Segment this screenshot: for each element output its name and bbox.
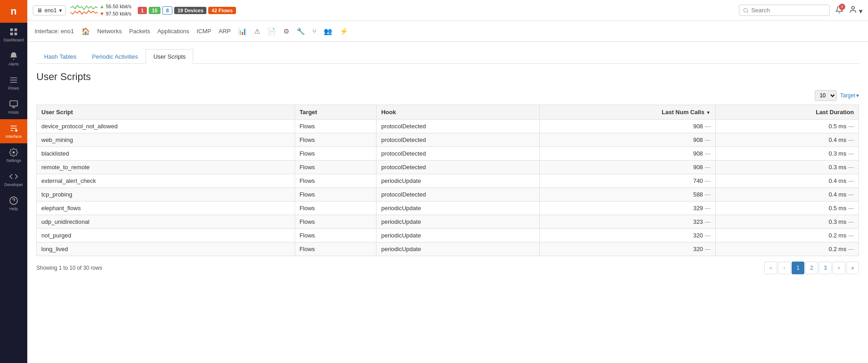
traffic-graph: ▲ 56.50 kbit/s ▼ 97.50 kbit/s [70,3,131,17]
cell-last-num-calls: 588 — [540,188,715,202]
cell-hook: protocolDetected [376,120,540,133]
cell-last-duration: 0.2 ms — [715,229,858,242]
chart-nav-icon[interactable]: 📊 [238,27,247,35]
cell-target: Flows [295,188,376,202]
cell-user-script: elephant_flows [37,202,295,215]
sidebar-item-dashboard[interactable]: Dashboard [0,23,27,47]
sidebar-item-flows[interactable]: Flows [0,71,27,95]
svg-point-5 [15,130,17,132]
cell-last-duration: 0.3 ms — [715,147,858,161]
table-row: external_alert_check Flows periodicUpdat… [37,174,859,188]
col-user-script: User Script [37,105,295,120]
col-last-num-calls[interactable]: Last Num Calls ▼ [540,105,715,120]
tab-periodic-activities[interactable]: Periodic Activities [84,49,146,64]
table-row: long_lived Flows periodicUpdate 320 — 0.… [37,242,859,256]
arp-nav-link[interactable]: ARP [219,28,231,35]
table-footer: Showing 1 to 10 of 30 rows « ‹ 1 2 3 › » [36,262,859,274]
main-area: 🖥 eno1 ▾ ▲ 56.50 kbit/s ▼ 97.50 kbit/s [27,0,868,363]
cell-target: Flows [295,120,376,133]
search-box[interactable] [739,5,830,16]
cell-target: Flows [295,215,376,229]
wrench-nav-icon[interactable]: 🔧 [296,27,305,35]
sidebar-item-label: Hosts [8,110,19,115]
cell-hook: periodicUpdate [376,242,540,256]
cell-user-script: udp_unidirectional [37,215,295,229]
alert-nav-icon[interactable]: ⚠ [254,27,260,35]
sidebar-item-label: Developer [4,182,23,187]
cell-last-num-calls: 320 — [540,242,715,256]
tabs: Hash Tables Periodic Activities User Scr… [36,49,859,64]
applications-nav-link[interactable]: Applications [157,28,189,35]
table-row: elephant_flows Flows periodicUpdate 329 … [37,202,859,215]
cell-hook: protocolDetected [376,188,540,202]
waveform-svg [70,4,98,16]
search-input[interactable] [751,7,825,14]
chevron-down-icon: ▾ [59,7,62,14]
icmp-nav-link[interactable]: ICMP [196,28,211,35]
flash-nav-icon[interactable]: ⚡ [340,27,348,35]
flow-icon [9,76,18,85]
sort-icon: ▼ [706,110,711,115]
cell-last-duration: 0.5 ms — [715,202,858,215]
cell-last-num-calls: 320 — [540,229,715,242]
doc-nav-icon[interactable]: 📄 [267,27,276,35]
cell-last-num-calls: 908 — [540,120,715,133]
notifications-button[interactable]: 3 [835,5,843,15]
blue-badge: 8 [162,6,172,15]
cell-target: Flows [295,202,376,215]
page-3-button[interactable]: 3 [819,262,832,274]
sidebar-item-hosts[interactable]: Hosts [0,95,27,119]
sidebar-item-help[interactable]: Help [0,192,27,216]
speed-down: ▼ 97.50 kbit/s [100,10,131,17]
svg-rect-3 [15,33,17,35]
sidebar-item-alerts[interactable]: Alerts [0,47,27,71]
table-row: remote_to_remote Flows protocolDetected … [37,161,859,174]
tab-hash-tables[interactable]: Hash Tables [36,49,84,64]
page-2-button[interactable]: 2 [805,262,818,274]
target-filter[interactable]: Target ▾ [840,92,859,99]
cell-user-script: device_protocol_not_allowed [37,120,295,133]
chevron-down-icon: ▾ [859,7,863,15]
chevron-down-icon: ▾ [856,92,859,99]
svg-point-8 [743,8,747,12]
sidebar-item-label: Dashboard [4,38,24,42]
table-row: udp_unidirectional Flows periodicUpdate … [37,215,859,229]
settings-nav-icon[interactable]: ⚙ [283,27,289,35]
col-hook: Hook [376,105,540,120]
sidebar-item-settings[interactable]: Settings [0,143,27,167]
packets-nav-link[interactable]: Packets [129,28,150,35]
users-nav-icon[interactable]: 👥 [324,27,332,35]
home-nav-icon[interactable]: 🏠 [81,27,90,35]
cell-hook: periodicUpdate [376,229,540,242]
sidebar-item-developer[interactable]: Developer [0,167,27,192]
page-prev-button[interactable]: ‹ [778,262,791,274]
col-last-duration: Last Duration [715,105,858,120]
server-icon: 🖥 [37,7,42,14]
page-next-button[interactable]: › [833,262,845,274]
cell-user-script: blacklisted [37,147,295,161]
user-menu-button[interactable]: ▾ [849,5,863,15]
branch-nav-icon[interactable]: ⑂ [312,27,316,35]
interface-selector[interactable]: 🖥 eno1 ▾ [33,5,66,15]
cell-user-script: not_purged [37,229,295,242]
bell-icon [9,51,18,60]
per-page-select[interactable]: 10 25 50 [815,90,837,101]
logo[interactable]: n [0,0,27,23]
page-first-button[interactable]: « [764,262,777,274]
sidebar-item-label: Alerts [8,62,19,66]
sidebar-item-label: Interface [5,134,21,139]
green-badge: 15 [149,7,161,14]
sidebar-item-interface[interactable]: Interface [0,119,27,143]
page-1-button[interactable]: 1 [792,262,804,274]
cell-target: Flows [295,147,376,161]
svg-rect-0 [10,29,13,31]
interface-icon [9,124,18,133]
tab-user-scripts[interactable]: User Scripts [146,49,193,64]
page-last-button[interactable]: » [846,262,859,274]
cell-last-num-calls: 908 — [540,147,715,161]
table-controls: 10 25 50 Target ▾ [36,90,859,101]
svg-rect-2 [10,33,13,35]
networks-nav-link[interactable]: Networks [97,28,122,35]
search-icon [743,7,749,14]
table-row: web_mining Flows protocolDetected 908 — … [37,133,859,147]
